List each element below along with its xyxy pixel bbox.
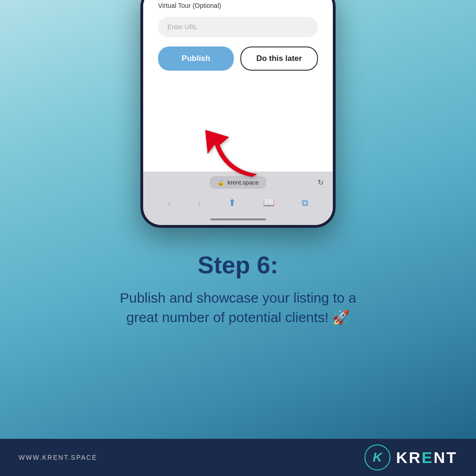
button-row: Publish Do this later bbox=[158, 46, 318, 71]
red-arrow-icon bbox=[196, 112, 271, 186]
field-label: Virtual Tour (Optional) bbox=[158, 2, 318, 9]
safari-toolbar: ‹ › ⬆ 📖 ⧉ bbox=[143, 193, 333, 216]
krent-brand-name: KRENT bbox=[396, 449, 457, 467]
reload-icon[interactable]: ↻ bbox=[317, 178, 324, 187]
website-url: WWW.KRENT.SPACE bbox=[19, 454, 97, 461]
bottom-bar: WWW.KRENT.SPACE K KRENT bbox=[0, 439, 476, 476]
forward-button[interactable]: › bbox=[198, 198, 201, 208]
home-indicator bbox=[143, 216, 333, 225]
url-input-display: Enter URL bbox=[158, 17, 318, 37]
krent-k-letter: K bbox=[373, 450, 382, 465]
krent-logo-circle: K bbox=[364, 444, 390, 470]
arrow-container bbox=[196, 112, 280, 195]
share-icon[interactable]: ⬆ bbox=[228, 197, 236, 208]
do-later-button[interactable]: Do this later bbox=[240, 46, 318, 71]
publish-button[interactable]: Publish bbox=[158, 46, 234, 71]
page-container: Virtual Tour (Optional) Enter URL Publis… bbox=[0, 0, 476, 476]
home-bar bbox=[210, 218, 266, 220]
bookmarks-icon[interactable]: 📖 bbox=[263, 197, 275, 208]
krent-logo: K KRENT bbox=[364, 444, 457, 470]
step-description: Publish and showcase your listing to agr… bbox=[75, 288, 401, 327]
back-button[interactable]: ‹ bbox=[168, 198, 171, 208]
step-title: Step 6: bbox=[75, 251, 401, 279]
tabs-icon[interactable]: ⧉ bbox=[302, 198, 308, 208]
step-section: Step 6: Publish and showcase your listin… bbox=[75, 251, 401, 327]
